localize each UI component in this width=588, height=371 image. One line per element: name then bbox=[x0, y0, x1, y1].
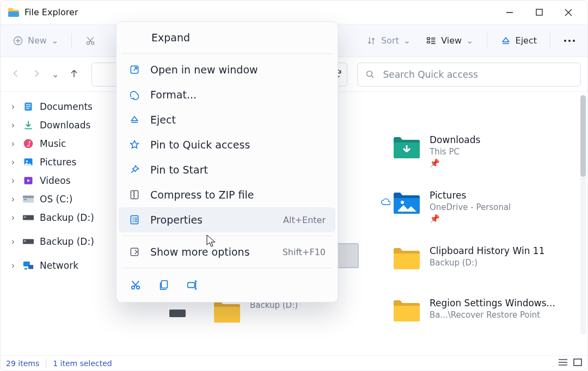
forward-button[interactable] bbox=[31, 68, 42, 81]
ctx-label: Compress to ZIP file bbox=[150, 189, 254, 201]
cut-button[interactable] bbox=[79, 32, 101, 50]
zip-icon bbox=[128, 189, 140, 201]
large-icons-view-button[interactable] bbox=[573, 358, 582, 368]
copy-icon[interactable] bbox=[158, 279, 170, 293]
ctx-item-properties[interactable]: Properties Alt+Enter bbox=[119, 207, 335, 232]
show-more-icon bbox=[128, 246, 140, 258]
search-input[interactable] bbox=[382, 69, 573, 81]
svg-point-35 bbox=[132, 221, 133, 222]
minimize-button[interactable] bbox=[495, 2, 524, 23]
window-title: File Explorer bbox=[24, 7, 78, 17]
chevron-down-icon: ⌄ bbox=[51, 35, 58, 46]
expand-chevron-icon[interactable]: › bbox=[9, 138, 17, 149]
grid-item-region-settings[interactable]: Region Settings Windows... Ba...\Recover… bbox=[393, 298, 567, 324]
expand-chevron-icon[interactable]: › bbox=[9, 101, 17, 112]
sort-icon bbox=[366, 35, 377, 46]
chevron-down-icon: ⌄ bbox=[466, 35, 473, 46]
svg-rect-24 bbox=[24, 240, 26, 242]
expand-chevron-icon[interactable]: › bbox=[9, 175, 17, 186]
svg-rect-27 bbox=[24, 268, 28, 270]
sidebar-item-videos[interactable]: › Videos bbox=[4, 171, 112, 190]
new-button[interactable]: New ⌄ bbox=[7, 32, 64, 50]
ctx-item-compress-zip[interactable]: Compress to ZIP file bbox=[119, 182, 335, 207]
sidebar-item-network[interactable]: › Network bbox=[4, 256, 112, 275]
eject-button[interactable]: Eject bbox=[495, 32, 542, 50]
expand-chevron-icon[interactable]: › bbox=[9, 260, 17, 271]
sidebar-item-backup-d[interactable]: › Backup (D:) bbox=[4, 208, 112, 227]
pin-icon: 📌 bbox=[430, 158, 480, 168]
svg-rect-31 bbox=[131, 191, 138, 199]
expand-chevron-icon[interactable]: › bbox=[9, 236, 17, 247]
ctx-label: Pin to Quick access bbox=[150, 139, 250, 151]
divider bbox=[122, 53, 332, 54]
cloud-status-icon bbox=[381, 197, 390, 208]
search-box[interactable] bbox=[357, 63, 581, 86]
sort-button[interactable]: Sort ⌄ bbox=[360, 32, 416, 50]
grid-item-clipboard-history[interactable]: Clipboard History Win 11 Backup (D:) bbox=[393, 245, 567, 271]
ctx-item-format[interactable]: Format... bbox=[119, 82, 335, 107]
close-button[interactable] bbox=[554, 2, 583, 23]
sidebar-item-os-c[interactable]: › OS (C:) bbox=[4, 190, 112, 208]
item-sub: Backup (D:) bbox=[430, 258, 544, 268]
search-icon bbox=[365, 70, 375, 79]
plus-circle-icon bbox=[13, 35, 23, 46]
svg-point-34 bbox=[132, 219, 133, 220]
more-button[interactable] bbox=[558, 36, 581, 46]
ctx-item-expand[interactable]: Expand bbox=[119, 25, 335, 50]
ctx-label: Show more options bbox=[150, 246, 250, 258]
ctx-label: Properties bbox=[150, 214, 203, 226]
svg-rect-39 bbox=[161, 281, 167, 288]
cut-icon[interactable] bbox=[130, 279, 142, 293]
item-sub: OneDrive - Personal bbox=[430, 202, 511, 212]
sidebar-item-backup-d-alt[interactable]: › Backup (D:) bbox=[4, 232, 112, 251]
recent-locations-button[interactable]: ⌄ bbox=[52, 69, 59, 79]
file-explorer-window: File Explorer New ⌄ Sort ⌄ bbox=[0, 0, 588, 371]
expand-chevron-icon[interactable]: › bbox=[9, 194, 17, 205]
svg-rect-18 bbox=[23, 198, 34, 202]
rename-icon[interactable] bbox=[186, 279, 198, 293]
view-button[interactable]: View ⌄ bbox=[420, 32, 479, 50]
up-button[interactable] bbox=[69, 68, 79, 81]
sidebar-item-label: Videos bbox=[40, 175, 71, 186]
scrollbar-thumb[interactable] bbox=[580, 95, 586, 177]
svg-point-16 bbox=[26, 160, 28, 162]
vertical-scrollbar[interactable] bbox=[580, 95, 586, 335]
sidebar-item-music[interactable]: › Music bbox=[4, 134, 112, 153]
ctx-label: Format... bbox=[150, 89, 197, 101]
app-icon bbox=[8, 8, 19, 17]
ctx-item-show-more[interactable]: Show more options Shift+F10 bbox=[119, 239, 335, 264]
sidebar-item-documents[interactable]: › Documents bbox=[4, 97, 112, 116]
drive-icon bbox=[22, 193, 34, 205]
maximize-button[interactable] bbox=[524, 2, 554, 23]
ctx-item-eject[interactable]: Eject bbox=[119, 107, 335, 132]
eject-icon bbox=[128, 114, 140, 126]
svg-rect-11 bbox=[26, 104, 30, 105]
expand-chevron-icon[interactable]: › bbox=[9, 212, 17, 223]
grid-item-downloads[interactable]: Downloads This PC 📌 bbox=[393, 134, 567, 168]
view-label: View bbox=[441, 35, 462, 46]
ctx-item-pin-start[interactable]: Pin to Start bbox=[119, 157, 335, 182]
ctx-item-open-new-window[interactable]: Open in new window bbox=[119, 57, 335, 82]
svg-point-14 bbox=[24, 139, 33, 149]
ctx-label: Expand bbox=[151, 32, 190, 44]
svg-rect-29 bbox=[574, 359, 581, 366]
sidebar-item-downloads[interactable]: › Downloads bbox=[4, 116, 112, 134]
expand-chevron-icon[interactable]: › bbox=[9, 120, 17, 131]
ctx-footer bbox=[119, 271, 335, 299]
network-icon bbox=[22, 259, 34, 271]
pin-icon bbox=[128, 164, 140, 176]
drive-icon bbox=[22, 212, 34, 224]
back-button[interactable] bbox=[10, 68, 21, 81]
ellipsis-icon bbox=[564, 39, 575, 42]
grid-item-selected[interactable]: Backup (D:) bbox=[213, 299, 387, 325]
grid-item-pictures[interactable]: Pictures OneDrive - Personal 📌 bbox=[393, 190, 567, 224]
status-selection: 1 item selected bbox=[53, 359, 112, 368]
svg-rect-0 bbox=[536, 9, 542, 15]
ctx-item-pin-quick-access[interactable]: Pin to Quick access bbox=[119, 132, 335, 157]
music-icon bbox=[22, 138, 34, 150]
item-sub: Ba...\Recover Restore Point bbox=[430, 310, 555, 320]
details-view-button[interactable] bbox=[558, 358, 568, 368]
navigation-pane: › Documents › Downloads › Music › Pictur… bbox=[1, 92, 115, 355]
expand-chevron-icon[interactable]: › bbox=[9, 157, 17, 168]
sidebar-item-pictures[interactable]: › Pictures bbox=[4, 153, 112, 171]
